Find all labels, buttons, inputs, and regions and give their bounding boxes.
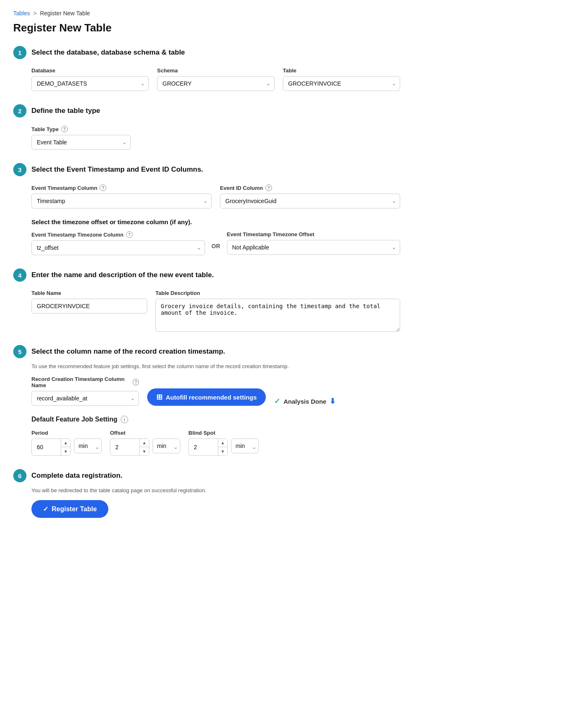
step4-fields: Table Name Table Description Grocery inv… (31, 290, 400, 332)
period-label: Period (31, 430, 102, 436)
event-timestamp-help-icon[interactable]: ? (100, 184, 106, 191)
offset-label: Offset (110, 430, 180, 436)
table-type-group: Table Type ? Event Table Dimension Table… (31, 126, 131, 150)
period-number-wrapper: ▲ ▼ (31, 438, 71, 456)
event-id-group: Event ID Column ? GroceryInvoiceGuid ⌄ (220, 184, 400, 208)
period-stepper: ▲ ▼ (61, 439, 70, 455)
page-title: Register New Table (13, 22, 400, 34)
timezone-row: Event Timestamp Timezone Column ? tz_off… (31, 231, 400, 255)
timezone-section-title: Select the timezone offset or timezone c… (31, 218, 400, 225)
event-timestamp-group: Event Timestamp Column ? Timestamp ⌄ (31, 184, 212, 208)
download-icon[interactable]: ⬇ (329, 397, 336, 406)
tz-column-group: Event Timestamp Timezone Column ? tz_off… (31, 231, 205, 255)
table-desc-input[interactable]: Grocery invoice details, containing the … (155, 299, 400, 332)
step3-event-fields: Event Timestamp Column ? Timestamp ⌄ Eve… (31, 184, 400, 208)
period-increment-btn[interactable]: ▲ (61, 439, 70, 447)
step3-header: 3 Select the Event Timestamp and Event I… (13, 163, 400, 176)
blind-spot-group: Blind Spot ▲ ▼ min hour day (189, 430, 259, 456)
table-type-select[interactable]: Event Table Dimension Table SCD2 Table (31, 135, 131, 150)
step6-title: Complete data registration. (31, 472, 122, 480)
job-setting-info-icon[interactable]: i (121, 416, 128, 423)
step5-title: Select the column name of the record cre… (31, 347, 225, 355)
tz-column-help-icon[interactable]: ? (126, 231, 133, 238)
blind-spot-decrement-btn[interactable]: ▼ (218, 447, 227, 455)
blind-spot-stepper: ▲ ▼ (218, 439, 227, 455)
step2-badge: 2 (13, 104, 26, 117)
offset-decrement-btn[interactable]: ▼ (140, 447, 149, 455)
event-timestamp-select[interactable]: Timestamp (31, 194, 212, 208)
breadcrumb-current: Register New Table (40, 10, 90, 17)
step1-title: Select the database, database schema & t… (31, 48, 185, 57)
blind-spot-number-input[interactable] (189, 440, 218, 454)
event-id-help-icon[interactable]: ? (265, 184, 272, 191)
step2-title: Define the table type (31, 107, 100, 115)
database-group: Database DEMO_DATASETS ⌄ (31, 67, 149, 91)
step4-badge: 4 (13, 268, 26, 282)
period-group: Period ▲ ▼ min hour day (31, 430, 102, 456)
tz-offset-label: Event Timestamp Timezone Offset (227, 231, 401, 237)
step3-title: Select the Event Timestamp and Event ID … (31, 165, 203, 174)
register-checkmark-icon: ✓ (43, 505, 48, 513)
section-step2: 2 Define the table type Table Type ? Eve… (13, 104, 400, 150)
tz-offset-select[interactable]: Not Applicable (227, 240, 401, 255)
blind-spot-input-row: ▲ ▼ min hour day ⌄ (189, 438, 259, 456)
table-desc-group: Table Description Grocery invoice detail… (155, 290, 400, 332)
event-id-select-wrapper: GroceryInvoiceGuid ⌄ (220, 194, 400, 208)
step4-title: Enter the name and description of the ne… (31, 271, 214, 279)
period-unit-wrapper: min hour day ⌄ (74, 438, 102, 456)
default-job-section: Default Feature Job Setting i Period ▲ ▼ (13, 416, 400, 456)
blind-spot-increment-btn[interactable]: ▲ (218, 439, 227, 447)
offset-input-row: ▲ ▼ min hour day ⌄ (110, 438, 180, 456)
tz-offset-select-wrapper: Not Applicable ⌄ (227, 240, 401, 255)
offset-increment-btn[interactable]: ▲ (140, 439, 149, 447)
step1-fields: Database DEMO_DATASETS ⌄ Schema GROCERY … (31, 67, 400, 91)
step2-header: 2 Define the table type (13, 104, 400, 117)
record-creation-help-icon[interactable]: ? (133, 379, 139, 386)
table-name-input[interactable] (31, 299, 147, 314)
table-desc-label: Table Description (155, 290, 400, 296)
step5-badge: 5 (13, 345, 26, 358)
default-job-title: Default Feature Job Setting i (31, 416, 400, 423)
period-unit-select[interactable]: min hour day (74, 438, 102, 453)
table-select[interactable]: GROCERYINVOICE (283, 76, 400, 91)
autofill-icon: ⊞ (156, 393, 162, 402)
section-step4: 4 Enter the name and description of the … (13, 268, 400, 332)
table-name-label: Table Name (31, 290, 147, 296)
step1-header: 1 Select the database, database schema &… (13, 46, 400, 59)
step1-badge: 1 (13, 46, 26, 59)
event-id-select[interactable]: GroceryInvoiceGuid (220, 194, 400, 208)
job-settings-row: Period ▲ ▼ min hour day (31, 430, 400, 456)
table-select-wrapper: GROCERYINVOICE ⌄ (283, 76, 400, 91)
blind-spot-label: Blind Spot (189, 430, 259, 436)
table-type-label: Table Type ? (31, 126, 131, 132)
section-step6: 6 Complete data registration. You will b… (13, 469, 400, 518)
step6-badge: 6 (13, 469, 26, 482)
tz-column-select[interactable]: tz_offset (31, 240, 205, 255)
offset-number-input[interactable] (110, 440, 139, 454)
analysis-done-indicator: ✓ Analysis Done ⬇ (274, 397, 336, 406)
period-input-row: ▲ ▼ min hour day ⌄ (31, 438, 102, 456)
schema-select[interactable]: GROCERY (157, 76, 274, 91)
table-type-help-icon[interactable]: ? (61, 126, 68, 132)
record-creation-select[interactable]: record_available_at (31, 391, 139, 406)
autofill-button[interactable]: ⊞ Autofill recommended settings (147, 388, 266, 406)
event-timestamp-select-wrapper: Timestamp ⌄ (31, 194, 212, 208)
database-label: Database (31, 67, 149, 74)
blind-spot-unit-select[interactable]: min hour day (231, 438, 259, 453)
step5-description: To use the recommended feature job setti… (31, 363, 400, 369)
register-table-button[interactable]: ✓ Register Table (31, 500, 108, 518)
database-select[interactable]: DEMO_DATASETS (31, 76, 149, 91)
schema-group: Schema GROCERY ⌄ (157, 67, 274, 91)
breadcrumb-tables-link[interactable]: Tables (13, 10, 30, 17)
step6-description: You will be redirected to the table cata… (31, 487, 400, 493)
period-number-input[interactable] (32, 440, 61, 454)
step2-fields: Table Type ? Event Table Dimension Table… (31, 126, 400, 150)
offset-unit-select[interactable]: min hour day (153, 438, 180, 453)
period-decrement-btn[interactable]: ▼ (61, 447, 70, 455)
event-id-label: Event ID Column ? (220, 184, 400, 191)
section-step1: 1 Select the database, database schema &… (13, 46, 400, 91)
step6-header: 6 Complete data registration. (13, 469, 400, 482)
offset-unit-wrapper: min hour day ⌄ (153, 438, 180, 456)
schema-label: Schema (157, 67, 274, 74)
tz-offset-group: Event Timestamp Timezone Offset Not Appl… (227, 231, 401, 255)
